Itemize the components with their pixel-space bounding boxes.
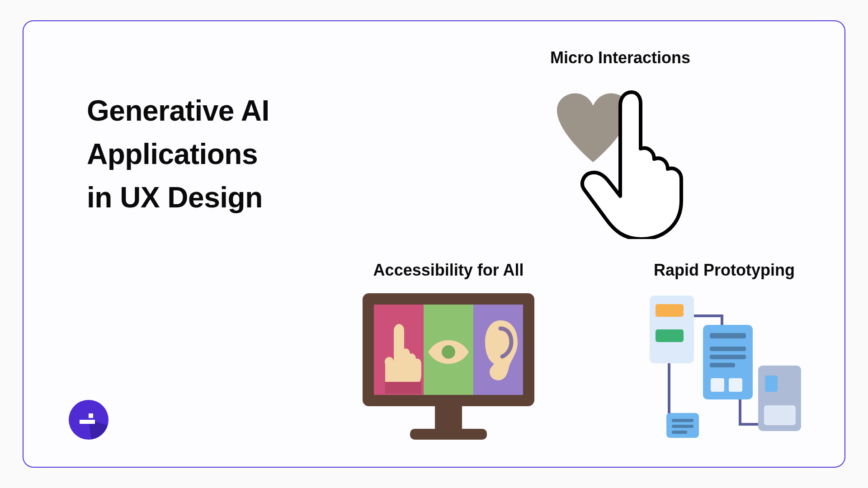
- svg-rect-16: [710, 355, 746, 359]
- accessibility-section: Accessibility for All: [349, 261, 548, 451]
- svg-rect-26: [672, 431, 687, 434]
- svg-rect-28: [80, 420, 95, 424]
- title-line-1: Generative AI: [87, 89, 269, 132]
- title-line-3: in UX Design: [87, 176, 269, 219]
- svg-rect-25: [672, 425, 693, 428]
- svg-rect-7: [410, 429, 487, 440]
- micro-interactions-label: Micro Interactions: [512, 48, 729, 67]
- svg-rect-17: [710, 363, 735, 367]
- svg-rect-11: [656, 304, 684, 317]
- svg-rect-29: [89, 413, 93, 418]
- micro-interactions-graphic: [539, 76, 702, 239]
- svg-rect-22: [764, 405, 796, 425]
- accessibility-label: Accessibility for All: [349, 261, 548, 280]
- prototyping-wireframe-icon: [643, 289, 806, 451]
- svg-rect-19: [729, 378, 742, 392]
- svg-rect-6: [435, 406, 462, 429]
- accessibility-graphic: [358, 289, 539, 451]
- brand-logo-icon: [69, 400, 108, 440]
- micro-interactions-section: Micro Interactions: [512, 48, 729, 239]
- prototyping-label: Rapid Prototyping: [634, 261, 815, 280]
- title-line-2: Applications: [87, 132, 269, 176]
- svg-point-5: [442, 345, 455, 359]
- prototyping-section: Rapid Prototyping: [634, 261, 815, 451]
- accessibility-monitor-icon: [358, 289, 539, 451]
- svg-rect-24: [672, 419, 693, 422]
- svg-rect-18: [711, 378, 724, 392]
- diagram-frame: Generative AI Applications in UX Design …: [23, 20, 845, 468]
- svg-rect-14: [710, 333, 746, 338]
- svg-rect-21: [765, 375, 778, 392]
- page-title: Generative AI Applications in UX Design: [87, 89, 269, 219]
- svg-rect-12: [656, 329, 684, 342]
- svg-rect-15: [710, 347, 746, 351]
- heart-hand-icon: [539, 76, 702, 239]
- svg-rect-4: [385, 382, 421, 394]
- prototyping-graphic: [643, 289, 806, 451]
